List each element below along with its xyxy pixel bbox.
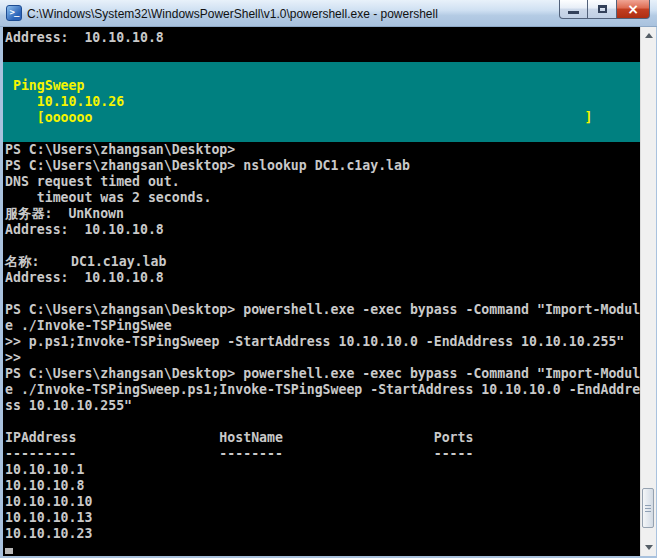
window-controls: × [559,0,650,19]
console-line [5,286,640,302]
console-line [5,238,640,254]
console-line: Address: 10.10.10.8 [5,30,640,46]
powershell-icon[interactable]: >_ [6,5,22,21]
arrow-up-icon [645,33,653,38]
maximize-button[interactable] [588,0,617,19]
close-icon: × [627,2,639,16]
console-text: Address: 10.10.10.8 PingSweep 10.10.10.2… [3,27,640,556]
console-line: >> [5,350,640,366]
text-cursor [5,548,13,554]
console-line: >> p.ps1;Invoke-TSPingSweep -StartAddres… [5,334,640,350]
console-output[interactable]: Address: 10.10.10.8 PingSweep 10.10.10.2… [3,27,640,556]
console-line: 名称: DC1.c1ay.lab [5,254,640,270]
titlebar[interactable]: >_ C:\Windows\System32\WindowsPowerShell… [0,0,657,27]
console-line: 服务器: UnKnown [5,206,640,222]
console-line: 10.10.10.26 [3,94,640,110]
console-line: [oooooo ] [3,110,640,126]
vertical-scrollbar[interactable] [640,27,656,556]
minimize-icon [568,11,579,14]
console-line [5,414,640,430]
console-line: e ./Invoke-TSPingSweep.ps1;Invoke-TSPing… [5,382,640,398]
window-title: C:\Windows\System32\WindowsPowerShell\v1… [27,6,438,21]
console-line: PS C:\Users\zhangsan\Desktop> powershell… [5,302,640,318]
powershell-window: >_ C:\Windows\System32\WindowsPowerShell… [0,0,657,558]
console-line: 10.10.10.13 [5,510,640,526]
console-line [3,62,640,78]
console-line: PingSweep [3,78,640,94]
minimize-button[interactable] [559,0,588,19]
scroll-up-button[interactable] [641,27,656,44]
console-line: 10.10.10.1 [5,462,640,478]
console-line: PS C:\Users\zhangsan\Desktop> powershell… [5,366,640,382]
console-line: PS C:\Users\zhangsan\Desktop> [5,142,640,158]
console-line: PS C:\Users\zhangsan\Desktop> nslookup D… [5,158,640,174]
console-line: ss 10.10.10.255" [5,398,640,414]
console-line [5,542,640,556]
scroll-down-button[interactable] [641,539,656,556]
console-line [5,46,640,62]
scrollbar-thumb[interactable] [642,488,654,528]
arrow-down-icon [645,545,653,550]
console-line: --------- -------- ----- [5,446,640,462]
console-line: Address: 10.10.10.8 [5,222,640,238]
console-line: 10.10.10.23 [5,526,640,542]
console-line: timeout was 2 seconds. [5,190,640,206]
close-button[interactable]: × [617,0,650,19]
console-line [3,126,640,142]
console-line: 10.10.10.10 [5,494,640,510]
console-line: e ./Invoke-TSPingSwee [5,318,640,334]
maximize-icon [598,5,607,13]
console-line: Address: 10.10.10.8 [5,270,640,286]
console-line: DNS request timed out. [5,174,640,190]
console-line: 10.10.10.8 [5,478,640,494]
console-line: IPAddress HostName Ports [5,430,640,446]
